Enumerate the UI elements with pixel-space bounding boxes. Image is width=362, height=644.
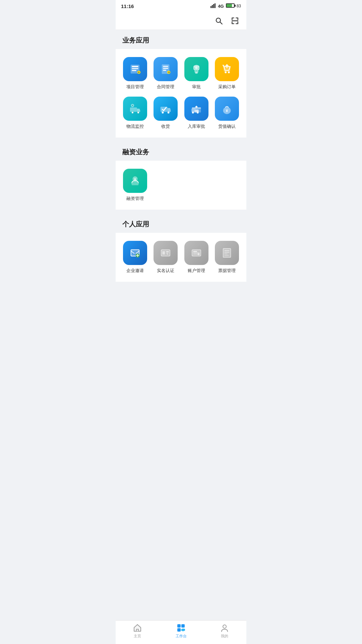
app-icon-bill [215,241,239,265]
svg-rect-26 [130,107,137,112]
app-label-receive: 收货 [161,123,170,129]
status-time: 11:16 [121,3,134,9]
app-item-financing[interactable]: ¥ 融资管理 [121,169,149,202]
signal-icon [210,3,216,9]
main-content: 业务应用 ★ 项目管理 ★ 合同管理 [116,30,246,309]
battery-label: 83 [237,4,241,8]
app-icon-invite [123,241,147,265]
section-finance-content: ¥ 融资管理 [116,161,246,210]
app-item-invite[interactable]: 企业邀请 [121,241,149,274]
status-bar: 11:16 4G 83 [116,0,246,12]
finance-app-grid: ¥ 融资管理 [121,167,241,203]
svg-point-27 [131,112,133,114]
app-item-purchase[interactable]: 采购订单 [213,57,241,90]
svg-text:¥: ¥ [134,177,136,181]
section-personal: 个人应用 [116,214,246,282]
app-icon-contract: ★ [154,57,178,81]
svg-rect-64 [225,252,230,253]
app-label-approval: 审批 [192,84,201,90]
app-icon-project: ★ [123,57,147,81]
section-business-header: 业务应用 [116,30,246,49]
svg-point-38 [192,112,194,114]
search-button[interactable] [214,16,224,25]
svg-text:¥: ¥ [226,109,228,113]
battery-indicator [226,3,235,9]
network-label: 4G [218,4,224,9]
app-item-logistics[interactable]: 物流监控 [121,97,149,129]
svg-point-28 [137,112,139,114]
svg-rect-10 [132,70,136,71]
svg-text:★: ★ [138,71,140,73]
svg-rect-1 [212,5,213,8]
svg-point-24 [225,71,227,73]
app-item-account[interactable]: 账户管理 [182,241,210,274]
app-icon-realname [154,241,178,265]
app-item-realname[interactable]: 实名认证 [152,241,180,274]
status-right: 4G 83 [210,3,241,9]
section-business-content: ★ 项目管理 ★ 合同管理 [116,49,246,138]
svg-point-4 [216,18,221,22]
app-icon-approval: 批 [184,57,208,81]
app-item-project[interactable]: ★ 项目管理 [121,57,149,90]
app-item-value[interactable]: ¥ 货值确认 [213,97,241,129]
app-item-receive[interactable]: 收货 [152,97,180,129]
svg-rect-3 [215,3,216,8]
svg-rect-53 [163,251,165,255]
section-finance: 融资业务 ¥ 融资管理 [116,142,246,210]
svg-rect-16 [163,70,167,71]
app-item-inbound[interactable]: 入库审批 [182,97,210,129]
svg-rect-9 [132,68,138,69]
svg-text:★: ★ [168,71,170,73]
app-label-contract: 合同管理 [157,84,174,90]
svg-rect-55 [166,253,168,254]
section-finance-title: 融资业务 [122,148,149,156]
business-app-grid: ★ 项目管理 ★ 合同管理 [121,56,241,131]
app-label-project: 项目管理 [126,84,144,90]
svg-text:批: 批 [195,66,198,69]
app-label-logistics: 物流监控 [126,123,144,129]
app-label-financing: 融资管理 [126,196,144,202]
app-label-bill: 票据管理 [218,268,236,274]
app-item-bill[interactable]: 票据管理 [213,241,241,274]
section-personal-title: 个人应用 [122,220,149,228]
app-icon-purchase [215,57,239,81]
svg-rect-60 [193,254,198,255]
personal-app-grid: 企业邀请 实名认证 [121,239,241,275]
svg-rect-66 [225,255,229,256]
svg-rect-21 [195,72,198,74]
header [116,12,246,30]
svg-rect-0 [210,6,212,8]
app-item-approval[interactable]: 批 审批 [182,57,210,90]
svg-rect-63 [225,250,230,251]
svg-rect-65 [225,254,228,254]
app-item-contract[interactable]: ★ 合同管理 [152,57,180,90]
svg-rect-61 [223,249,231,258]
app-icon-logistics [123,97,147,121]
svg-point-30 [132,105,133,106]
app-icon-financing: ¥ [123,169,147,193]
section-personal-content: 企业邀请 实名认证 [116,233,246,282]
app-icon-account [184,241,208,265]
scan-button[interactable] [230,16,240,25]
svg-rect-54 [166,251,169,252]
svg-line-5 [220,22,222,24]
app-icon-inbound [184,97,208,121]
svg-rect-37 [191,109,196,112]
app-label-account: 账户管理 [188,268,205,274]
app-label-purchase: 采购订单 [218,84,236,90]
svg-rect-15 [163,68,168,69]
svg-rect-14 [163,66,168,67]
app-label-realname: 实名认证 [157,268,174,274]
svg-rect-8 [132,66,138,67]
svg-point-39 [197,112,199,114]
app-label-inbound: 入库审批 [188,123,205,129]
svg-rect-59 [193,253,199,253]
app-label-value: 货值确认 [218,123,236,129]
app-icon-value: ¥ [215,97,239,121]
section-business-title: 业务应用 [122,37,149,44]
svg-point-25 [228,71,230,73]
app-icon-receive [154,97,178,121]
svg-point-33 [168,112,170,114]
svg-point-32 [162,112,164,114]
svg-rect-2 [213,4,214,8]
